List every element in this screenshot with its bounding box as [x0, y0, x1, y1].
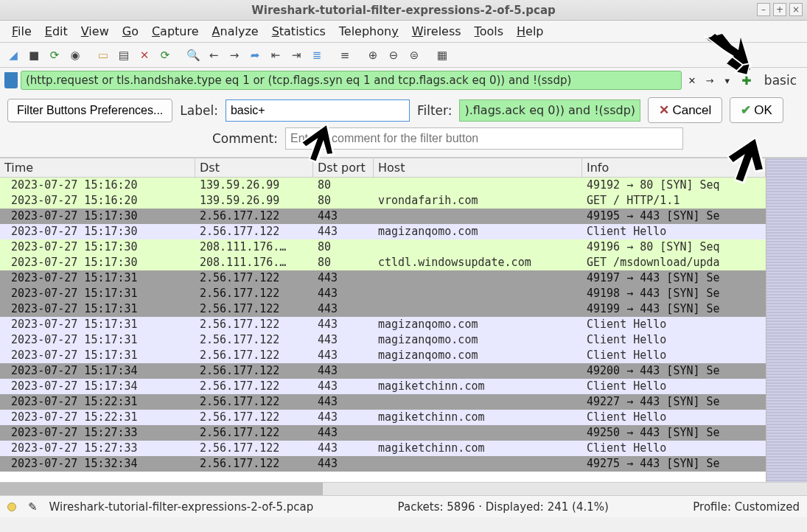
apply-filter-icon[interactable]: → [702, 73, 717, 88]
minimize-button[interactable]: – [757, 3, 770, 16]
table-row[interactable]: 2023-07-27 15:17:312.56.177.12244349198 … [0, 286, 766, 301]
menu-capture[interactable]: Capture [146, 21, 205, 41]
menubar: File Edit View Go Capture Analyze Statis… [0, 21, 807, 43]
table-row[interactable]: 2023-07-27 15:17:30208.111.176.…8049196 … [0, 239, 766, 255]
forward-icon[interactable]: → [226, 46, 243, 64]
horizontal-scrollbar[interactable] [0, 482, 807, 495]
table-row[interactable]: 2023-07-27 15:17:342.56.177.12244349200 … [0, 363, 766, 379]
edit-icon[interactable]: ✎ [28, 500, 38, 514]
back-icon[interactable]: ← [205, 46, 223, 64]
autoscroll-icon[interactable]: ≣ [308, 46, 326, 64]
filter-expression-text: (http.request or tls.handshake.type eq 1… [26, 74, 571, 87]
col-dst[interactable]: Dst [195, 158, 313, 177]
window-title: Wireshark-tutorial-filter-expressions-2-… [251, 4, 556, 17]
first-icon[interactable]: ⇤ [267, 46, 284, 64]
table-row[interactable]: 2023-07-27 15:16:20139.59.26.9980vrondaf… [0, 193, 766, 209]
col-host[interactable]: Host [374, 158, 582, 177]
menu-go[interactable]: Go [116, 21, 144, 41]
menu-statistics[interactable]: Statistics [266, 21, 332, 41]
check-icon: ✔ [741, 102, 751, 118]
find-icon[interactable]: 🔍 [184, 46, 202, 64]
jump-icon[interactable]: ➦ [246, 46, 264, 64]
statusbar: ✎ Wireshark-tutorial-filter-expressions-… [0, 495, 807, 517]
zoom-out-icon[interactable]: ⊖ [385, 46, 402, 64]
table-row[interactable]: 2023-07-27 15:27:332.56.177.122443magike… [0, 441, 766, 456]
colorize-icon[interactable]: ≡ [336, 46, 354, 64]
clear-filter-icon[interactable]: ✕ [685, 73, 699, 88]
col-info[interactable]: Info [582, 158, 766, 177]
table-row[interactable]: 2023-07-27 15:27:332.56.177.12244349250 … [0, 425, 766, 441]
options-icon[interactable]: ◉ [66, 46, 84, 64]
comment-label: Comment: [212, 131, 278, 146]
packet-minimap[interactable] [766, 158, 807, 482]
expert-info-icon[interactable] [7, 503, 16, 511]
menu-file[interactable]: File [6, 21, 38, 41]
table-row[interactable]: 2023-07-27 15:16:20139.59.26.998049192 →… [0, 178, 766, 193]
zoom-reset-icon[interactable]: ⊜ [405, 46, 423, 64]
menu-wireless[interactable]: Wireless [406, 21, 467, 41]
table-row[interactable]: 2023-07-27 15:17:302.56.177.122443magiza… [0, 224, 766, 239]
table-row[interactable]: 2023-07-27 15:17:312.56.177.12244349197 … [0, 270, 766, 286]
status-profile[interactable]: Profile: Customized [693, 500, 800, 514]
filter-value-input[interactable]: ).flags.ack eq 0)) and !(ssdp) [459, 99, 640, 122]
zoom-in-icon[interactable]: ⊕ [364, 46, 382, 64]
add-filter-button-icon[interactable]: ✚ [738, 71, 755, 89]
reload-icon[interactable]: ⟳ [156, 46, 174, 64]
table-row[interactable]: 2023-07-27 15:32:342.56.177.12244349275 … [0, 456, 766, 472]
menu-telephony[interactable]: Telephony [333, 21, 405, 41]
filter-label: Filter: [417, 103, 453, 118]
label-label: Label: [180, 103, 218, 118]
display-filter-input[interactable]: (http.request or tls.handshake.type eq 1… [21, 71, 682, 90]
status-file: Wireshark-tutorial-filter-expressions-2-… [49, 500, 314, 514]
maximize-button[interactable]: + [773, 3, 786, 16]
table-row[interactable]: 2023-07-27 15:17:302.56.177.12244349195 … [0, 209, 766, 224]
open-icon[interactable]: ▭ [94, 46, 112, 64]
col-port[interactable]: Dst port [313, 158, 374, 177]
packet-list: Time Dst Dst port Host Info 2023-07-27 1… [0, 158, 807, 482]
restart-capture-icon[interactable]: ⟳ [46, 46, 63, 64]
close-file-icon[interactable]: ✕ [136, 46, 153, 64]
titlebar: Wireshark-tutorial-filter-expressions-2-… [0, 0, 807, 21]
label-input[interactable] [226, 99, 410, 122]
resize-columns-icon[interactable]: ▦ [433, 46, 451, 64]
menu-analyze[interactable]: Analyze [206, 21, 265, 41]
table-row[interactable]: 2023-07-27 15:22:312.56.177.122443magike… [0, 410, 766, 425]
menu-edit[interactable]: Edit [39, 21, 74, 41]
col-time[interactable]: Time [0, 158, 195, 177]
bookmark-icon[interactable] [4, 72, 18, 88]
table-row[interactable]: 2023-07-27 15:17:312.56.177.122443magiza… [0, 317, 766, 332]
table-row[interactable]: 2023-07-27 15:17:312.56.177.12244349199 … [0, 301, 766, 317]
packet-table-header: Time Dst Dst port Host Info [0, 158, 766, 178]
table-row[interactable]: 2023-07-27 15:17:312.56.177.122443magiza… [0, 332, 766, 348]
table-row[interactable]: 2023-07-27 15:17:312.56.177.122443magiza… [0, 348, 766, 363]
toolbar: ◢ ■ ⟳ ◉ ▭ ▤ ✕ ⟳ 🔍 ← → ➦ ⇤ ⇥ ≣ ≡ ⊕ ⊖ ⊜ ▦ [0, 43, 807, 68]
filter-button-editor: Filter Buttons Preferences... Label: Fil… [0, 93, 807, 158]
scrollbar-thumb[interactable] [0, 483, 323, 495]
close-button[interactable]: × [789, 3, 803, 16]
start-capture-icon[interactable]: ◢ [4, 46, 22, 64]
table-row[interactable]: 2023-07-27 15:17:30208.111.176.…80ctldl.… [0, 255, 766, 270]
menu-view[interactable]: View [75, 21, 115, 41]
menu-tools[interactable]: Tools [469, 21, 509, 41]
save-icon[interactable]: ▤ [115, 46, 133, 64]
filter-dropdown-icon[interactable]: ▾ [720, 73, 735, 88]
comment-input[interactable] [285, 127, 683, 150]
filter-buttons-preferences-button[interactable]: Filter Buttons Preferences... [7, 99, 172, 122]
cancel-button[interactable]: ✕Cancel [648, 97, 722, 123]
status-packets: Packets: 5896 · Displayed: 241 (4.1%) [398, 500, 609, 514]
table-row[interactable]: 2023-07-27 15:17:342.56.177.122443magike… [0, 379, 766, 394]
stop-capture-icon[interactable]: ■ [25, 46, 43, 64]
ok-button[interactable]: ✔OK [730, 97, 783, 123]
table-row[interactable]: 2023-07-27 15:22:312.56.177.12244349227 … [0, 394, 766, 410]
display-filter-bar: (http.request or tls.handshake.type eq 1… [0, 68, 807, 93]
close-icon: ✕ [659, 102, 669, 118]
last-icon[interactable]: ⇥ [287, 46, 305, 64]
basic-filter-button[interactable]: basic [758, 73, 803, 88]
menu-help[interactable]: Help [511, 21, 549, 41]
